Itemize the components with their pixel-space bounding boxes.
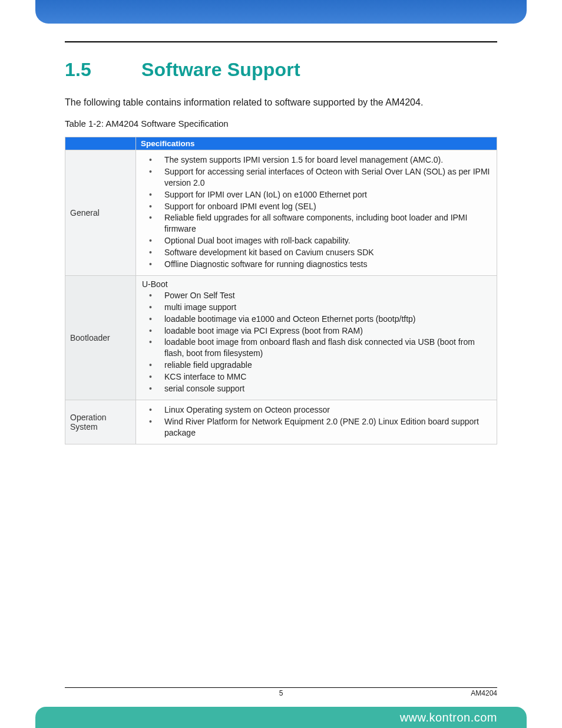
category-cell: General	[65, 150, 136, 276]
spec-list: Power On Self Testmulti image supportloa…	[140, 290, 491, 394]
page-number: 5	[65, 689, 497, 697]
page: 1.5Software Support The following table …	[0, 0, 562, 728]
spec-list-item: Wind River Platform for Network Equipmen…	[140, 416, 491, 439]
specs-cell: Linux Operating system on Octeon process…	[136, 400, 497, 444]
spec-list-item: Software development kit based on Cavium…	[140, 247, 491, 258]
header-banner	[35, 0, 527, 24]
section-number: 1.5	[65, 59, 141, 81]
spec-list-item: serial console support	[140, 383, 491, 394]
spec-list-item: loadable boot image via PCI Express (boo…	[140, 325, 491, 337]
footer-url: www.kontron.com	[400, 711, 497, 724]
spec-list: The system supports IPMI version 1.5 for…	[140, 154, 491, 270]
spec-list-item: loadable bootimage via e1000 and Octeon …	[140, 314, 491, 325]
table-row: BootloaderU-BootPower On Self Testmulti …	[65, 275, 497, 400]
table-row: Operation SystemLinux Operating system o…	[65, 400, 497, 444]
content-area: 1.5Software Support The following table …	[65, 35, 497, 444]
category-cell: Operation System	[65, 400, 136, 444]
specs-cell: The system supports IPMI version 1.5 for…	[136, 150, 497, 276]
table-header-specifications: Specifications	[136, 137, 497, 150]
spec-table: Specifications GeneralThe system support…	[65, 137, 497, 444]
spec-list-item: KCS interface to MMC	[140, 371, 491, 383]
spec-list-item: Support for onboard IPMI event log (SEL)	[140, 201, 491, 212]
page-footer: 5 AM4204	[65, 687, 497, 697]
spec-list-item: Support for accessing serial interfaces …	[140, 166, 491, 189]
horizontal-rule	[65, 41, 497, 42]
section-title: Software Support	[141, 59, 300, 80]
spec-list-item: Optional Dual boot images with roll-back…	[140, 235, 491, 246]
spec-list-item: Offline Diagnostic software for running …	[140, 259, 491, 270]
section-heading: 1.5Software Support	[65, 59, 497, 81]
spec-list: Linux Operating system on Octeon process…	[140, 404, 491, 439]
intro-paragraph: The following table contains information…	[65, 97, 497, 108]
footer-banner: www.kontron.com	[35, 707, 527, 728]
document-id: AM4204	[471, 689, 497, 697]
spec-list-item: Power On Self Test	[140, 290, 491, 301]
spec-list-item: Support for IPMI over LAN (IoL) on e1000…	[140, 189, 491, 200]
table-header-blank	[65, 137, 136, 150]
table-caption: Table 1-2: AM4204 Software Specification	[65, 118, 497, 129]
spec-list-item: loadable boot image from onboard flash a…	[140, 337, 491, 359]
spec-list-item: reliable field upgradable	[140, 360, 491, 371]
spec-list-item: The system supports IPMI version 1.5 for…	[140, 154, 491, 166]
spec-list-item: Linux Operating system on Octeon process…	[140, 404, 491, 416]
table-row: GeneralThe system supports IPMI version …	[65, 150, 497, 276]
spec-lead-text: U-Boot	[140, 279, 491, 289]
spec-list-item: multi image support	[140, 302, 491, 313]
specs-cell: U-BootPower On Self Testmulti image supp…	[136, 275, 497, 400]
category-cell: Bootloader	[65, 275, 136, 400]
spec-list-item: Reliable field upgrades for all software…	[140, 212, 491, 235]
